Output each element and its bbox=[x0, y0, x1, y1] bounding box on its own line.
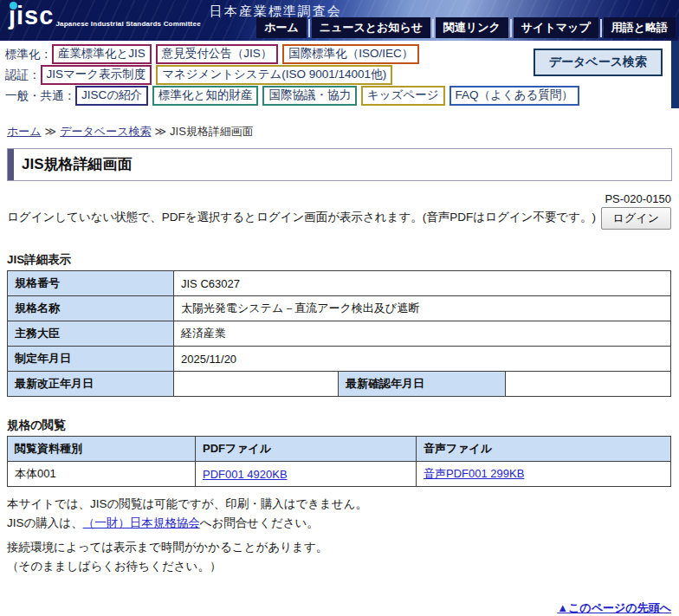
detail-label: 主務大臣 bbox=[8, 321, 174, 347]
nav-item[interactable]: JISマーク表示制度 bbox=[41, 65, 152, 85]
nav-item[interactable]: 標準化と知的財産 bbox=[152, 86, 258, 106]
top-nav-separator bbox=[432, 19, 434, 37]
top-nav-item[interactable]: 関連リンク bbox=[436, 17, 508, 38]
document-type-cell: 本体001 bbox=[8, 462, 196, 487]
top-nav-item[interactable]: サイトマップ bbox=[514, 17, 598, 38]
detail-label: 制定年月日 bbox=[8, 347, 174, 372]
nav-item[interactable]: 産業標準化とJIS bbox=[52, 44, 152, 64]
column-header: 音声ファイル bbox=[417, 437, 671, 462]
site-header: jisc Japanese Industrial Standards Commi… bbox=[0, 0, 679, 41]
login-button[interactable]: ログイン bbox=[601, 207, 671, 230]
note-line: JISの購入は、（一財）日本規格協会へお問合せください。 bbox=[7, 515, 672, 532]
jisc-logo-subtitle-en: Japanese Industrial Standards Committee bbox=[55, 20, 200, 28]
audio-file-link[interactable]: 音声PDF001 299KB bbox=[424, 467, 524, 480]
login-notice: ログインしていない状態で、PDFを選択するとログイン画面が表示されます。(音声P… bbox=[7, 207, 596, 225]
nav-item[interactable]: 意見受付公告（JIS） bbox=[156, 44, 279, 64]
jis-detail-table: 規格番号 JIS C63027 規格名称 太陽光発電システム－直流アーク検出及び… bbox=[7, 270, 671, 397]
note-text: JISの購入は、 bbox=[7, 516, 83, 529]
breadcrumb-separator: ≫ bbox=[154, 125, 166, 138]
table-row: 最新改正年月日 最新確認年月日 bbox=[8, 372, 671, 397]
nav-item[interactable]: 国際協議・協力 bbox=[262, 86, 357, 106]
title-accent-bar bbox=[8, 149, 14, 180]
nav-row: 一般・共通：JISCの紹介標準化と知的財産国際協議・協力キッズページFAQ（よく… bbox=[5, 86, 679, 106]
nav-item[interactable]: JISCの紹介 bbox=[75, 86, 148, 106]
pdf-file-cell: PDF001 4920KB bbox=[196, 462, 417, 487]
note-line: （そのまましばらくお待ちください。） bbox=[7, 558, 672, 575]
top-nav-item[interactable]: 用語と略語 bbox=[604, 17, 676, 38]
breadcrumb-separator: ≫ bbox=[45, 125, 57, 138]
detail-section-heading: JIS詳細表示 bbox=[7, 252, 672, 268]
top-nav: ホームニュースとお知らせ関連リンクサイトマップ用語と略語 bbox=[256, 17, 676, 38]
top-nav-separator bbox=[308, 19, 310, 37]
standard-name-value: 太陽光発電システム－直流アーク検出及び遮断 bbox=[174, 296, 671, 321]
detail-label: 最新改正年月日 bbox=[8, 372, 174, 397]
jsa-link[interactable]: （一財）日本規格協会 bbox=[83, 516, 200, 529]
standard-view-table: 閲覧資料種別 PDFファイル 音声ファイル 本体001PDF001 4920KB… bbox=[7, 436, 671, 487]
view-section-heading: 規格の閲覧 bbox=[7, 418, 672, 433]
nav-item[interactable]: FAQ（よくある質問） bbox=[449, 86, 579, 106]
nav-row-label: 標準化： bbox=[5, 47, 52, 62]
standard-number-value: JIS C63027 bbox=[174, 271, 671, 296]
page-title: JIS規格詳細画面 bbox=[22, 154, 663, 174]
nav-row-label: 一般・共通： bbox=[5, 88, 75, 104]
column-header: 閲覧資料種別 bbox=[8, 437, 196, 462]
database-search-button[interactable]: データベース検索 bbox=[534, 49, 663, 76]
back-to-top: ▲このページの先頭へ bbox=[8, 600, 671, 616]
table-row: 主務大臣 経済産業 bbox=[8, 321, 671, 347]
category-nav-area: 標準化：産業標準化とJIS意見受付公告（JIS）国際標準化（ISO/IEC）認証… bbox=[0, 41, 679, 109]
page-title-box: JIS規格詳細画面 bbox=[7, 148, 672, 181]
breadcrumb-home-link[interactable]: ホーム bbox=[7, 125, 42, 138]
detail-label: 最新確認年月日 bbox=[339, 372, 506, 397]
top-nav-separator bbox=[510, 19, 512, 37]
table-row: 規格番号 JIS C63027 bbox=[8, 271, 671, 296]
established-date-value: 2025/11/20 bbox=[174, 347, 671, 372]
nav-item[interactable]: キッズページ bbox=[361, 86, 445, 106]
pdf-file-link[interactable]: PDF001 4920KB bbox=[203, 468, 288, 481]
nav-item[interactable]: 国際標準化（ISO/IEC） bbox=[282, 44, 419, 64]
table-row: 本体001PDF001 4920KB音声PDF001 299KB bbox=[8, 462, 671, 487]
column-header: PDFファイル bbox=[196, 437, 417, 462]
detail-label: 規格名称 bbox=[8, 296, 174, 321]
back-to-top-link[interactable]: ▲このページの先頭へ bbox=[557, 601, 671, 614]
latest-confirmation-value bbox=[506, 372, 671, 397]
jisc-logo-dot-icon bbox=[10, 2, 17, 10]
nav-row-label: 認証： bbox=[5, 68, 41, 83]
notes: 本サイトでは、JISの閲覧は可能ですが、印刷・購入はできません。 JISの購入は… bbox=[7, 496, 672, 574]
page-code: PS-020-0150 bbox=[8, 192, 671, 205]
audio-file-cell: 音声PDF001 299KB bbox=[417, 462, 671, 487]
breadcrumb-db-search-link[interactable]: データベース検索 bbox=[60, 125, 151, 138]
latest-revision-value bbox=[174, 372, 339, 397]
top-nav-separator bbox=[600, 19, 602, 37]
minister-value: 経済産業 bbox=[174, 321, 671, 347]
right-edge-strip bbox=[671, 41, 679, 108]
table-header-row: 閲覧資料種別 PDFファイル 音声ファイル bbox=[8, 437, 671, 462]
top-nav-item[interactable]: ニュースとお知らせ bbox=[312, 17, 430, 38]
note-text: へお問合せください。 bbox=[200, 516, 319, 529]
breadcrumb-current: JIS規格詳細画面 bbox=[170, 125, 254, 138]
table-row: 規格名称 太陽光発電システム－直流アーク検出及び遮断 bbox=[8, 296, 671, 321]
nav-item[interactable]: マネジメントシステム(ISO 9001/14001他) bbox=[156, 65, 392, 85]
detail-label: 規格番号 bbox=[8, 271, 174, 296]
note-line: 本サイトでは、JISの閲覧は可能ですが、印刷・購入はできません。 bbox=[7, 496, 672, 513]
table-row: 制定年月日 2025/11/20 bbox=[8, 347, 671, 372]
view-table-body: 本体001PDF001 4920KB音声PDF001 299KB bbox=[8, 462, 671, 487]
breadcrumb: ホーム≫データベース検索≫JIS規格詳細画面 bbox=[7, 124, 672, 139]
top-nav-item[interactable]: ホーム bbox=[256, 17, 307, 38]
note-line: 接続環境によっては表示まで時間がかかることがあります。 bbox=[7, 539, 672, 556]
